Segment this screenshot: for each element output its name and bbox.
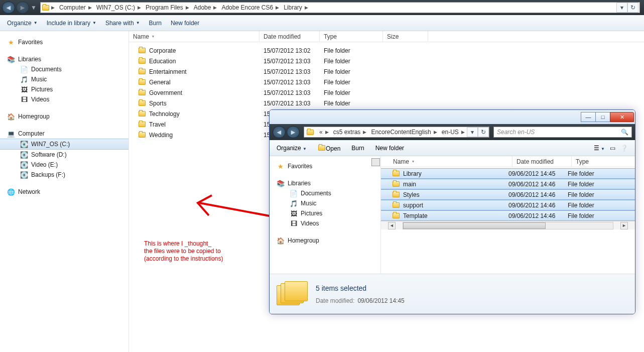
crumb-encorecontent[interactable]: EncoreContentEnglish — [368, 129, 432, 136]
chevron-right-icon[interactable]: ▶ — [274, 5, 281, 10]
nav-drive-f[interactable]: 💽Backups (F:) — [0, 170, 128, 180]
nav-drive-c[interactable]: 💽WIN7_OS (C:) — [0, 139, 128, 150]
chevron-right-icon[interactable]: ▶ — [303, 5, 310, 10]
help-button[interactable]: ❔ — [620, 145, 628, 152]
crumb-library[interactable]: Library — [281, 4, 303, 11]
file-row[interactable]: Sports15/07/2012 13:03File folder — [129, 98, 644, 108]
scroll-right-button[interactable]: ► — [620, 222, 628, 229]
file-row[interactable]: Education15/07/2012 13:03File folder — [129, 56, 644, 66]
address-dropdown-button[interactable]: ▾ — [616, 3, 627, 13]
crumb-computer[interactable]: Computer — [56, 4, 87, 11]
nav-music[interactable]: 🎵Music — [270, 198, 380, 208]
col-size[interactable]: Size — [383, 31, 428, 42]
file-row[interactable]: main09/06/2012 14:46File folder — [381, 179, 635, 189]
chevron-right-icon[interactable]: ▶ — [50, 5, 56, 10]
scrollbar-thumb[interactable] — [403, 222, 546, 229]
address-bar[interactable]: ▶ Computer▶ WIN7_OS (C:)▶ Program Files▶… — [40, 2, 640, 13]
computer-group[interactable]: 💻Computer — [0, 129, 128, 139]
organize-button[interactable]: Organize ▼ — [277, 145, 307, 152]
file-row[interactable]: Entertainment15/07/2012 13:03File folder — [129, 66, 644, 77]
crumb-enus[interactable]: en-US — [439, 129, 460, 136]
chevron-right-icon[interactable]: ▶ — [136, 5, 143, 10]
folder-icon — [138, 78, 146, 86]
crumb-adobe[interactable]: Adobe — [191, 4, 212, 11]
new-folder-button[interactable]: New folder — [171, 20, 199, 27]
share-with-button[interactable]: Share with ▼ — [105, 20, 140, 27]
file-row[interactable]: Corporate15/07/2012 13:02File folder — [129, 45, 644, 56]
crumb-overflow[interactable]: « — [316, 129, 324, 136]
preview-pane-button[interactable]: ▭ — [610, 145, 615, 152]
chevron-right-icon[interactable]: ▶ — [212, 5, 218, 10]
close-button[interactable]: ✕ — [610, 112, 634, 122]
nav-music[interactable]: 🎵Music — [0, 74, 128, 84]
file-row[interactable]: Library09/06/2012 14:45File folder — [381, 168, 635, 179]
maximize-button[interactable]: □ — [595, 112, 610, 122]
window-titlebar[interactable]: — □ ✕ — [270, 110, 635, 124]
file-row[interactable]: Styles09/06/2012 14:46File folder — [381, 189, 635, 200]
folder-icon — [42, 4, 50, 12]
view-options-button[interactable]: ☰ ▼ — [594, 145, 605, 152]
nav-pictures[interactable]: 🖼Pictures — [270, 208, 380, 218]
scrollbar-track[interactable] — [403, 222, 613, 229]
file-date: 15/07/2012 13:03 — [260, 79, 320, 86]
col-name[interactable]: Name▾ — [389, 156, 512, 167]
file-name: General — [149, 79, 171, 86]
nav-documents[interactable]: 📄Documents — [0, 64, 128, 74]
nav-drive-d[interactable]: 💽Software (D:) — [0, 150, 128, 160]
homegroup-item[interactable]: 🏠Homegroup — [0, 111, 128, 122]
scroll-left-button[interactable]: ◄ — [388, 222, 396, 229]
file-type: File folder — [320, 79, 383, 86]
network-item[interactable]: 🌐Network — [0, 187, 128, 197]
col-type[interactable]: Type — [572, 156, 635, 167]
file-row[interactable]: General15/07/2012 13:03File folder — [129, 77, 644, 87]
nav-videos[interactable]: 🎞Videos — [270, 218, 380, 228]
forward-button[interactable]: ► — [16, 2, 29, 14]
chevron-right-icon[interactable]: ▶ — [361, 130, 368, 135]
history-dropdown[interactable]: ▼ — [30, 4, 37, 11]
libraries-group[interactable]: 📚Libraries — [0, 54, 128, 64]
address-bar[interactable]: «▶ cs5 extras▶ EncoreContentEnglish▶ en-… — [304, 127, 489, 138]
search-icon: 🔍 — [621, 129, 628, 136]
chevron-right-icon[interactable]: ▶ — [87, 5, 93, 10]
crumb-drive[interactable]: WIN7_OS (C:) — [93, 4, 136, 11]
crumb-encore[interactable]: Adobe Encore CS6 — [218, 4, 274, 11]
horizontal-scrollbar[interactable]: ◄ ► — [381, 221, 635, 229]
burn-button[interactable]: Burn — [351, 145, 364, 152]
chevron-right-icon[interactable]: ▶ — [432, 130, 439, 135]
open-button[interactable]: Open — [318, 144, 340, 152]
include-in-library-button[interactable]: Include in library ▼ — [47, 20, 96, 27]
nav-documents[interactable]: 📄Documents — [270, 188, 380, 198]
forward-button[interactable]: ► — [287, 126, 300, 138]
new-folder-button[interactable]: New folder — [375, 145, 404, 152]
address-dropdown-button[interactable]: ▾ — [467, 127, 478, 137]
col-date[interactable]: Date modified — [260, 31, 320, 42]
minimize-button[interactable]: — — [581, 112, 596, 122]
favorites-group[interactable]: ★Favorites — [0, 37, 128, 47]
organize-button[interactable]: Organize ▼ — [7, 20, 38, 27]
chevron-right-icon[interactable]: ▶ — [324, 130, 330, 135]
crumb-cs5extras[interactable]: cs5 extras — [330, 129, 362, 136]
refresh-button[interactable]: ↻ — [627, 3, 638, 13]
nav-videos[interactable]: 🎞Videos — [0, 94, 128, 104]
file-row[interactable]: Template09/06/2012 14:46File folder — [381, 210, 635, 221]
chevron-right-icon[interactable]: ▶ — [184, 5, 191, 10]
nav-drive-e[interactable]: 💽Video (E:) — [0, 160, 128, 170]
file-row[interactable]: support09/06/2012 14:46File folder — [381, 200, 635, 210]
col-name[interactable]: Name▾ — [129, 31, 260, 42]
libraries-group[interactable]: 📚Libraries — [270, 178, 380, 188]
crumb-program-files[interactable]: Program Files — [143, 4, 184, 11]
search-box[interactable]: Search en-US 🔍 — [493, 127, 632, 138]
homegroup-item[interactable]: 🏠Homegroup — [270, 236, 380, 246]
col-type[interactable]: Type — [320, 31, 383, 42]
back-button[interactable]: ◄ — [2, 2, 15, 14]
col-date[interactable]: Date modified — [512, 156, 572, 167]
favorites-group[interactable]: ★Favorites — [270, 161, 380, 171]
burn-button[interactable]: Burn — [149, 20, 162, 27]
back-button[interactable]: ◄ — [273, 126, 286, 138]
chevron-down-icon: ▼ — [92, 21, 96, 25]
chevron-right-icon[interactable]: ▶ — [460, 130, 466, 135]
file-row[interactable]: Government15/07/2012 13:03File folder — [129, 87, 644, 98]
refresh-button[interactable]: ↻ — [478, 127, 489, 137]
nav-pictures[interactable]: 🖼Pictures — [0, 84, 128, 94]
videos-icon: 🎞 — [20, 95, 28, 103]
